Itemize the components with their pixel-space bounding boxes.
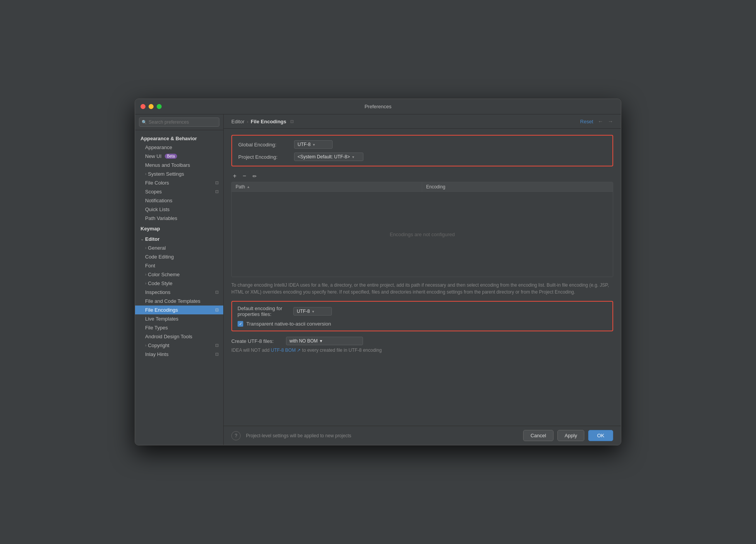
sidebar-section-label: Appearance & Behavior — [140, 136, 197, 141]
sidebar-item-inspections[interactable]: Inspections ⊡ — [135, 288, 223, 297]
sidebar-item-color-scheme[interactable]: › Color Scheme — [135, 270, 223, 279]
project-encoding-select[interactable]: <System Default: UTF-8> ▾ — [294, 153, 363, 161]
path-column-header[interactable]: Path ▲ — [232, 182, 422, 191]
sidebar-item-path-variables[interactable]: Path Variables — [135, 214, 223, 223]
create-utf8-section: Create UTF-8 files: with NO BOM ▾ IDEA w… — [231, 337, 613, 353]
breadcrumb-parent[interactable]: Editor — [231, 119, 244, 124]
sidebar-item-appearance-behavior[interactable]: Appearance & Behavior — [135, 133, 223, 143]
settings-icon: ⊡ — [215, 307, 219, 312]
chevron-down-icon: ⌄ — [140, 237, 144, 241]
settings-icon: ⊡ — [215, 352, 219, 357]
settings-icon: ⊡ — [215, 180, 219, 185]
chevron-icon: › — [145, 246, 146, 250]
edit-button[interactable]: ✏ — [251, 173, 258, 180]
title-bar: Preferences — [135, 99, 621, 114]
transparent-conversion-label: Transparent native-to-ascii conversion — [246, 321, 331, 327]
sidebar-item-copyright[interactable]: › Copyright ⊡ — [135, 341, 223, 350]
global-encoding-value: UTF-8 — [298, 142, 311, 147]
maximize-button[interactable] — [157, 104, 162, 109]
sidebar-nav: Appearance & Behavior Appearance New UI … — [135, 130, 223, 445]
sidebar-item-file-code-templates[interactable]: File and Code Templates — [135, 297, 223, 306]
sidebar-item-quick-lists[interactable]: Quick Lists — [135, 205, 223, 214]
sidebar-item-file-colors[interactable]: File Colors ⊡ — [135, 178, 223, 187]
panel-content: Global Encoding: UTF-8 ▾ Project Encodin… — [224, 129, 621, 426]
encoding-settings-box: Global Encoding: UTF-8 ▾ Project Encodin… — [231, 135, 613, 166]
create-utf8-select[interactable]: with NO BOM ▾ — [286, 337, 363, 345]
transparent-conversion-row: ✓ Transparent native-to-ascii conversion — [238, 321, 607, 327]
settings-icon: ⊡ — [215, 343, 219, 348]
reset-button[interactable]: Reset — [580, 119, 593, 124]
project-encoding-label: Project Encoding: — [238, 154, 294, 160]
sidebar-item-live-templates[interactable]: Live Templates — [135, 314, 223, 323]
sidebar-item-file-types[interactable]: File Types — [135, 323, 223, 332]
chevron-icon: › — [145, 172, 146, 176]
transparent-conversion-checkbox[interactable]: ✓ — [238, 321, 243, 327]
create-utf8-row: Create UTF-8 files: with NO BOM ▾ — [231, 337, 613, 345]
dropdown-arrow-icon: ▾ — [352, 155, 354, 159]
header-actions: Reset ← → — [580, 118, 613, 124]
window-title: Preferences — [365, 104, 391, 109]
project-encoding-value: <System Default: UTF-8> — [298, 154, 350, 160]
sidebar-item-scopes[interactable]: Scopes ⊡ — [135, 187, 223, 196]
breadcrumb: Editor › File Encodings ⊡ — [231, 119, 294, 124]
close-button[interactable] — [140, 104, 146, 109]
chevron-icon: › — [145, 343, 146, 348]
apply-button[interactable]: Apply — [557, 430, 585, 441]
breadcrumb-current[interactable]: File Encodings — [251, 119, 286, 124]
encoding-column-header[interactable]: Encoding — [422, 182, 613, 191]
minimize-button[interactable] — [149, 104, 154, 109]
properties-encoding-value: UTF-8 — [297, 309, 310, 314]
sidebar-item-editor[interactable]: ⌄ Editor — [135, 233, 223, 243]
ok-button[interactable]: OK — [588, 430, 613, 441]
utf8-bom-link[interactable]: UTF-8 BOM ↗ — [271, 348, 301, 353]
preferences-window: Preferences 🔍 Appearance & Behavior Appe… — [135, 99, 621, 445]
footer: ? Project-level settings will be applied… — [224, 426, 621, 445]
footer-buttons: Cancel Apply OK — [523, 430, 613, 441]
main-content-area: 🔍 Appearance & Behavior Appearance New U… — [135, 114, 621, 445]
sidebar-item-general[interactable]: › General — [135, 243, 223, 252]
back-button[interactable]: ← — [598, 118, 603, 124]
dropdown-arrow-icon: ▾ — [320, 338, 322, 344]
global-encoding-label: Global Encoding: — [238, 142, 294, 148]
footer-note: Project-level settings will be applied t… — [246, 433, 523, 438]
panel-header: Editor › File Encodings ⊡ Reset ← → — [224, 114, 621, 129]
table-toolbar: + − ✏ — [231, 172, 613, 180]
encodings-table: Path ▲ Encoding Encodings are not config… — [231, 182, 613, 277]
sidebar-item-appearance[interactable]: Appearance — [135, 143, 223, 152]
breadcrumb-icon: ⊡ — [290, 119, 294, 124]
sidebar-item-keymap[interactable]: Keymap — [135, 223, 223, 233]
sidebar-item-notifications[interactable]: Notifications — [135, 196, 223, 205]
dropdown-arrow-icon: ▾ — [313, 143, 315, 147]
info-text: To change encoding IntelliJ IDEA uses fo… — [231, 282, 613, 296]
sidebar-item-menus-toolbars[interactable]: Menus and Toolbars — [135, 161, 223, 170]
sidebar-item-android-design-tools[interactable]: Android Design Tools — [135, 332, 223, 341]
add-button[interactable]: + — [231, 172, 238, 180]
sidebar-item-code-style[interactable]: › Code Style — [135, 279, 223, 288]
sidebar-item-file-encodings[interactable]: File Encodings ⊡ — [135, 306, 223, 314]
properties-encoding-select[interactable]: UTF-8 ▾ — [293, 307, 332, 316]
properties-encoding-row: Default encoding for properties files: U… — [238, 306, 607, 317]
sidebar-item-font[interactable]: Font — [135, 261, 223, 270]
global-encoding-row: Global Encoding: UTF-8 ▾ — [238, 140, 606, 149]
remove-button[interactable]: − — [241, 172, 248, 180]
sidebar-item-code-editing[interactable]: Code Editing — [135, 252, 223, 261]
sidebar-item-inlay-hints[interactable]: Inlay Hints ⊡ — [135, 350, 223, 359]
sidebar-item-system-settings[interactable]: › System Settings — [135, 170, 223, 178]
chevron-icon: › — [145, 281, 146, 285]
search-bar: 🔍 — [135, 114, 223, 130]
search-input[interactable] — [139, 118, 219, 127]
sidebar-item-new-ui[interactable]: New UI Beta — [135, 152, 223, 161]
dropdown-arrow-icon: ▾ — [312, 309, 314, 314]
beta-badge: Beta — [165, 154, 177, 159]
bom-note: IDEA will NOT add UTF-8 BOM ↗ to every c… — [231, 348, 613, 353]
forward-button[interactable]: → — [608, 118, 613, 124]
global-encoding-select[interactable]: UTF-8 ▾ — [294, 140, 333, 149]
help-button[interactable]: ? — [231, 431, 241, 440]
main-panel: Editor › File Encodings ⊡ Reset ← → Glob… — [224, 114, 621, 445]
create-utf8-label: Create UTF-8 files: — [231, 338, 281, 344]
breadcrumb-separator: › — [247, 119, 248, 124]
window-controls — [140, 104, 162, 109]
search-icon: 🔍 — [142, 120, 147, 125]
cancel-button[interactable]: Cancel — [523, 430, 553, 441]
create-utf8-value: with NO BOM — [289, 338, 318, 344]
